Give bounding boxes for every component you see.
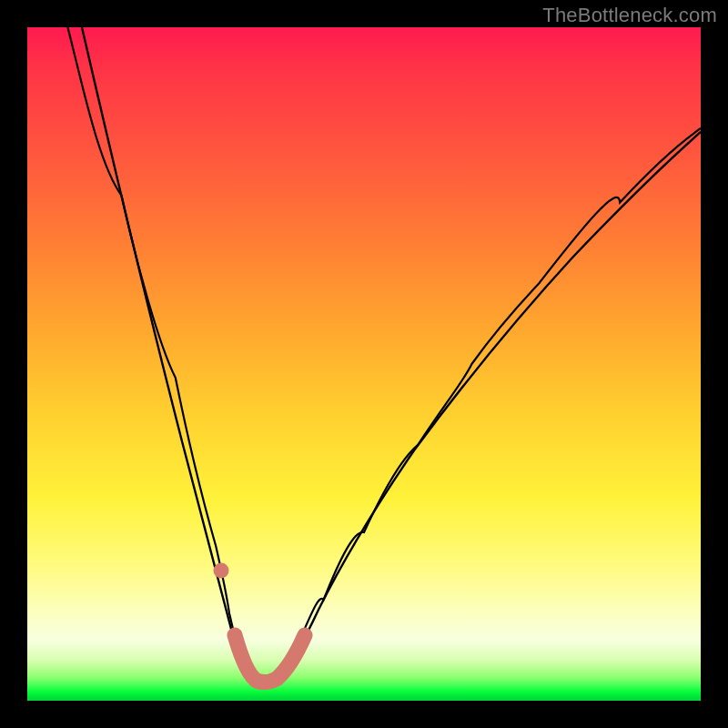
chart-frame: TheBottleneck.com bbox=[0, 0, 728, 728]
plot-area bbox=[27, 27, 701, 701]
watermark-text: TheBottleneck.com bbox=[542, 4, 717, 27]
highlight-dot bbox=[214, 563, 229, 579]
bottleneck-curve-render bbox=[82, 27, 701, 682]
curve-layer bbox=[27, 27, 701, 701]
highlight-band bbox=[235, 635, 305, 682]
bottleneck-curve bbox=[67, 27, 701, 681]
